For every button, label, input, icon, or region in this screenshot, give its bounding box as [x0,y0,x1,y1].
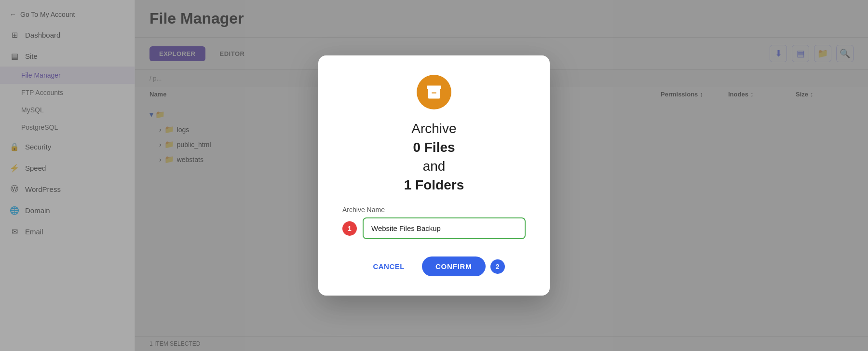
step-2-badge: 2 [490,259,505,274]
archive-name-label: Archive Name [342,206,385,214]
archive-modal: Archive 0 Files and 1 Folders Archive Na… [318,55,550,296]
modal-icon-container [417,75,451,109]
step-1-badge: 1 [342,221,357,236]
modal-overlay: Archive 0 Files and 1 Folders Archive Na… [0,0,868,351]
confirm-button[interactable]: CONFIRM [422,256,486,276]
modal-actions: CANCEL CONFIRM 2 [342,256,526,276]
modal-title: Archive 0 Files and 1 Folders [404,119,464,195]
confirm-wrapper: CONFIRM 2 [422,256,505,276]
cancel-button[interactable]: CANCEL [363,257,414,275]
archive-name-field-wrapper: 1 [342,217,526,239]
archive-icon [425,83,443,101]
archive-name-input[interactable] [363,217,526,239]
svg-rect-0 [427,85,441,89]
svg-rect-2 [432,91,436,94]
